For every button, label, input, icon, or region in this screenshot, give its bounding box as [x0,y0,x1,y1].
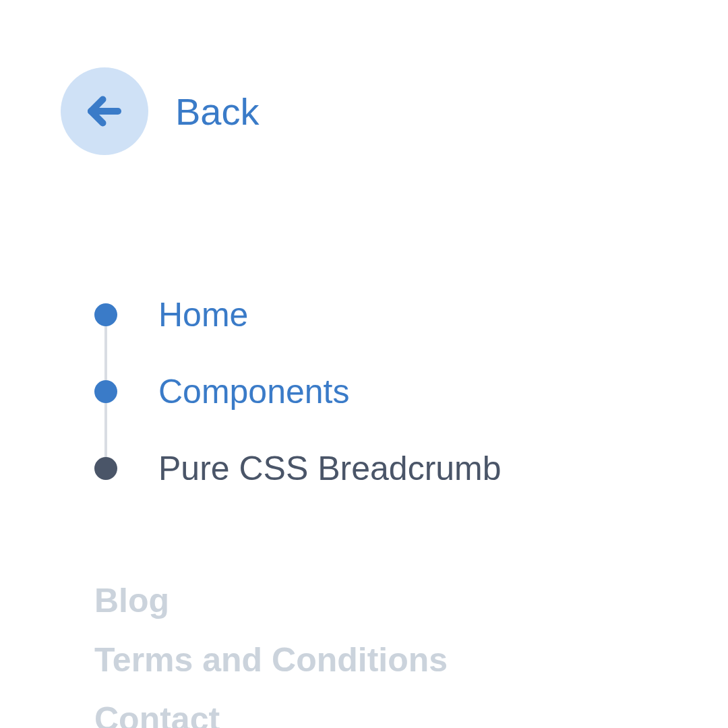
breadcrumb-link[interactable]: Components [158,373,350,411]
list-item: Terms and Conditions [94,640,667,679]
breadcrumb-dot-icon [94,380,117,403]
link-blog[interactable]: Blog [94,582,169,619]
link-contact[interactable]: Contact [94,700,220,728]
back-button-row: Back [61,67,667,155]
breadcrumb: Home Components Pure CSS Breadcrumb [94,276,667,507]
breadcrumb-item-home: Home [94,276,667,353]
list-item: Blog [94,581,667,620]
back-label[interactable]: Back [175,90,260,133]
back-button[interactable] [61,67,148,155]
breadcrumb-link[interactable]: Home [158,296,248,334]
breadcrumb-item-components: Components [94,353,667,430]
list-item: Contact [94,700,667,728]
link-terms[interactable]: Terms and Conditions [94,641,448,679]
breadcrumb-current-label: Pure CSS Breadcrumb [158,450,502,487]
arrow-left-icon [84,91,125,131]
breadcrumb-dot-icon [94,303,117,326]
breadcrumb-dot-icon [94,457,117,480]
breadcrumb-item-current: Pure CSS Breadcrumb [94,430,667,507]
footer-links: Blog Terms and Conditions Contact [94,581,667,728]
